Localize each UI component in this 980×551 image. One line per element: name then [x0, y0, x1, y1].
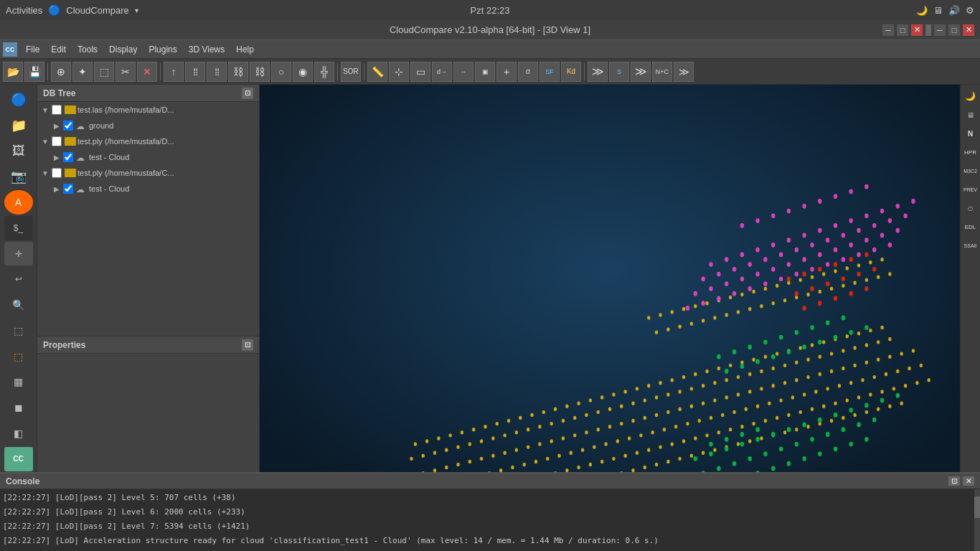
delete-button[interactable]: ✕ [137, 62, 157, 82]
chain2-button[interactable]: ⛓ [250, 62, 270, 82]
M3C2-icon[interactable]: M3C2 [962, 162, 979, 179]
menu-plugins[interactable]: Plugins [143, 43, 182, 56]
close-button2[interactable]: ✕ [963, 24, 974, 36]
console-content[interactable]: [22:22:27] [LoD][pass 2] Level 5: 707 ce… [0, 489, 980, 551]
section-button[interactable]: ▭ [410, 62, 430, 82]
camera-icon[interactable]: 📷 [4, 164, 33, 189]
menu-file[interactable]: File [20, 43, 45, 56]
translate-button[interactable]: ↑ [164, 62, 184, 82]
more1-button[interactable]: ≫ [588, 62, 608, 82]
distance1-button[interactable]: d→ [432, 62, 452, 82]
restore-button[interactable]: □ [948, 24, 960, 36]
tree-item-testcloud1[interactable]: ▶ ☁ test - Cloud [37, 149, 259, 165]
close-button[interactable]: ✕ [911, 24, 923, 36]
points2-button[interactable]: ⣿ [207, 62, 227, 82]
console-close[interactable]: ✕ [963, 476, 974, 486]
cross-button[interactable]: ╬ [314, 62, 334, 82]
rightmost-button[interactable]: ≫ [674, 62, 694, 82]
properties-maximize[interactable]: ⊡ [242, 339, 253, 351]
volume-button[interactable]: ▣ [475, 62, 495, 82]
minimize-button[interactable]: ─ [882, 24, 894, 36]
dropdown-arrow[interactable]: ▾ [135, 6, 138, 14]
menu-edit[interactable]: Edit [45, 43, 72, 56]
N-right-icon[interactable]: N [962, 125, 979, 142]
orange-box-icon[interactable]: ⬚ [4, 344, 33, 369]
tree-content[interactable]: ▼ test.las (/home/mustafa/D... ▶ ☁ groun… [37, 102, 259, 336]
tree-item-testcloud2[interactable]: ▶ ☁ test - Cloud [37, 181, 259, 197]
software-center-icon[interactable]: A [4, 190, 33, 215]
cloudcompare-main-icon[interactable]: CC [4, 447, 33, 471]
volume-icon[interactable]: 🔊 [948, 5, 960, 16]
checkbox-testply1[interactable] [52, 136, 62, 146]
logo-button[interactable]: S [609, 62, 629, 82]
circle-right-icon[interactable]: ○ [962, 199, 979, 217]
points1-button[interactable]: ⣿ [185, 62, 205, 82]
3d-view-icon[interactable]: ⬚ [4, 319, 33, 343]
move-icon[interactable]: ↩ [4, 267, 33, 291]
db-tree-maximize[interactable]: ⊡ [242, 88, 253, 99]
maximize-button[interactable]: □ [897, 24, 908, 36]
clip-box-button[interactable]: ⬚ [94, 62, 114, 82]
image-viewer-icon[interactable]: 🖼 [4, 139, 33, 164]
checkbox-testcloud2[interactable] [63, 184, 73, 194]
menu-tools[interactable]: Tools [72, 43, 103, 56]
checkbox-testply2[interactable] [52, 168, 62, 178]
solid-icon[interactable]: ◼ [4, 395, 33, 420]
checkbox-testcloud1[interactable] [63, 152, 73, 162]
terminal-icon[interactable]: $_ [4, 216, 33, 240]
minimize-button2[interactable]: ─ [934, 24, 946, 36]
expand-arrow-testcloud1[interactable]: ▶ [52, 152, 62, 162]
tree-item-testlas[interactable]: ▼ test.las (/home/mustafa/D... [37, 102, 259, 118]
distance2-button[interactable]: ↔ [453, 62, 473, 82]
console-scrollbar[interactable] [974, 489, 980, 551]
network-right-icon[interactable]: 🖥 [962, 106, 979, 123]
tree-item-testply2[interactable]: ▼ test.ply (/home/mustafa/C... [37, 165, 259, 181]
partial-icon[interactable]: ◧ [4, 421, 33, 446]
expand-arrow-testply1[interactable]: ▼ [40, 136, 50, 146]
expand-arrow-testply2[interactable]: ▼ [40, 168, 50, 178]
EDL-icon[interactable]: EDL [962, 218, 979, 235]
plus-button[interactable]: + [496, 62, 517, 82]
menu-3dviews[interactable]: 3D Views [183, 43, 230, 56]
menu-help[interactable]: Help [230, 43, 260, 56]
checkbox-testlas[interactable] [52, 105, 62, 115]
moon-right-icon[interactable]: 🌙 [962, 88, 979, 105]
sample-points-button[interactable]: ✦ [72, 62, 93, 82]
global-shift-button[interactable]: ⊕ [51, 62, 71, 82]
compass-button[interactable]: ⊹ [389, 62, 409, 82]
grid-button[interactable]: SOR [341, 62, 361, 82]
sphere-button[interactable]: ◉ [293, 62, 313, 82]
night-mode-icon[interactable]: 🌙 [916, 5, 928, 16]
chain1-button[interactable]: ⛓ [228, 62, 248, 82]
settings-icon[interactable]: ⚙ [966, 5, 974, 16]
expand-arrow-testcloud2[interactable]: ▶ [52, 184, 62, 194]
console-scrollbar-thumb[interactable] [974, 496, 980, 518]
sf-button[interactable]: SF [540, 62, 560, 82]
nc-button[interactable]: N+C [652, 62, 672, 82]
segment-button[interactable]: ✂ [116, 62, 136, 82]
expand-arrow-testlas[interactable]: ▼ [40, 105, 50, 115]
add-translate-icon[interactable]: ✛ [4, 242, 33, 266]
tree-item-testply1[interactable]: ▼ test.ply (/home/mustafa/D... [37, 133, 259, 149]
console-maximize[interactable]: ⊡ [948, 476, 960, 486]
kd-button[interactable]: Kd [561, 62, 581, 82]
menu-display[interactable]: Display [103, 43, 143, 56]
stats-button[interactable]: σ [518, 62, 538, 82]
open-button[interactable]: 📂 [3, 62, 23, 82]
HPR-icon[interactable]: HPR [962, 143, 979, 161]
circle-button[interactable]: ○ [271, 62, 291, 82]
ubuntu-icon[interactable]: 🔵 [4, 88, 33, 112]
checkbox-ground[interactable] [63, 121, 73, 131]
wireframe-icon[interactable]: ▦ [4, 370, 33, 395]
files-icon[interactable]: 📁 [4, 113, 33, 138]
PREV-icon[interactable]: PREV [962, 181, 979, 198]
network-icon[interactable]: 🖥 [933, 5, 943, 16]
save-button[interactable]: 💾 [24, 62, 44, 82]
more2-button[interactable]: ≫ [631, 62, 651, 82]
expand-arrow-ground[interactable]: ▶ [52, 121, 62, 131]
measure1-button[interactable]: 📏 [367, 62, 387, 82]
tree-item-ground[interactable]: ▶ ☁ ground [37, 118, 259, 133]
zoom-icon[interactable]: 🔍 [4, 293, 33, 317]
activities-button[interactable]: Activities [6, 5, 42, 16]
SSA0-icon[interactable]: SSA0 [962, 237, 979, 254]
